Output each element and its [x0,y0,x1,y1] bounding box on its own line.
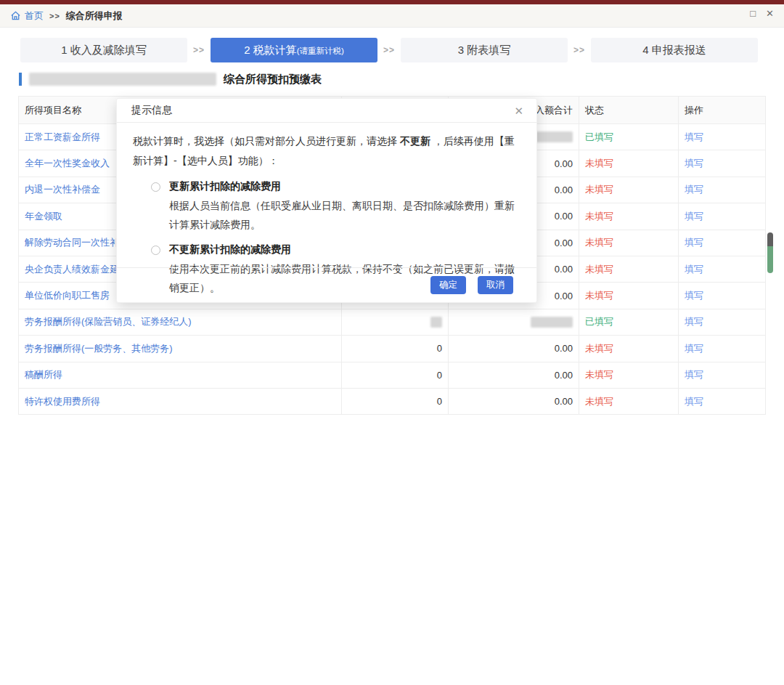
table-row: 特许权使用费所得 0 0.00 未填写 填写 [19,389,765,415]
tab-step2-label: 2 税款计算 [244,44,297,57]
fill-action-link[interactable]: 填写 [685,157,703,170]
fill-action-link[interactable]: 填写 [685,183,703,196]
fill-action-link[interactable]: 填写 [685,315,703,328]
income-item-link[interactable]: 正常工资薪金所得 [25,131,100,144]
dialog-intro-text: 税款计算时，我选择（如只需对部分人员进行更新，请选择 不更新 ，后续再使用【重新… [133,131,522,171]
intro-text-a: 税款计算时，我选择（如只需对部分人员进行更新，请选择 [133,135,400,147]
header-status: 状态 [579,97,679,123]
prompt-dialog: 提示信息 ✕ 税款计算时，我选择（如只需对部分人员进行更新，请选择 不更新 ，后… [116,98,537,303]
fill-action-link[interactable]: 填写 [685,289,703,302]
cancel-button[interactable]: 取消 [478,276,513,294]
count-cell: 0 [342,336,449,361]
status-badge: 未填写 [585,183,613,196]
status-badge: 未填写 [585,395,613,408]
tab-step3-label: 3 附表填写 [458,44,511,57]
dialog-footer: 确定 取消 [117,267,536,302]
income-item-link[interactable]: 全年一次性奖金收入 [25,157,110,170]
fill-action-link[interactable]: 填写 [685,368,703,381]
fill-action-link[interactable]: 填写 [685,236,703,249]
income-total-cell: 0.00 [449,389,579,414]
fill-action-link[interactable]: 填写 [685,342,703,355]
option-update: 更新累计扣除的减除费用 根据人员当前信息（任职受雇从业日期、离职日期、是否扣除减… [133,180,522,234]
breadcrumb-separator: >> [49,12,60,20]
status-badge: 未填写 [585,342,613,355]
dialog-title: 提示信息 [131,104,172,117]
status-badge: 未填写 [585,289,613,302]
redacted-tax-period [29,73,216,86]
close-icon[interactable]: ✕ [766,9,774,18]
radio-update-deduction[interactable] [151,182,160,192]
income-item-link[interactable]: 劳务报酬所得(一般劳务、其他劳务) [25,342,173,355]
scrollbar-dark-segment [767,232,773,246]
step-arrow-icon: >> [568,45,591,55]
income-item-link[interactable]: 内退一次性补偿金 [25,183,100,196]
breadcrumb: 首页 >> 综合所得申报 [0,4,784,28]
income-total-cell: 0.00 [449,362,579,388]
page-title: 综合所得预扣预缴表 [224,73,322,86]
title-accent-bar [19,73,22,86]
status-badge: 未填写 [585,263,613,276]
table-row: 稿酬所得 0 0.00 未填写 填写 [19,362,765,389]
redacted-value [430,317,442,328]
breadcrumb-home-link[interactable]: 首页 [25,9,44,23]
header-action: 操作 [679,97,767,123]
fill-action-link[interactable]: 填写 [685,263,703,276]
maximize-icon[interactable]: □ [750,9,756,18]
redacted-value [531,317,573,328]
status-badge: 未填写 [585,236,613,249]
fill-action-link[interactable]: 填写 [685,395,703,408]
status-badge: 未填写 [585,368,613,381]
income-total-cell: 0.00 [449,336,579,361]
scrollbar-green-segment [767,246,773,273]
income-item-link[interactable]: 单位低价向职工售房 [25,289,110,302]
table-row: 劳务报酬所得(一般劳务、其他劳务) 0 0.00 未填写 填写 [19,336,765,362]
tab-step2-suffix: (请重新计税) [297,46,344,57]
income-total-cell [449,309,579,335]
count-cell: 0 [342,389,449,414]
option-no-update-label[interactable]: 不更新累计扣除的减除费用 [169,243,291,256]
option-update-description: 根据人员当前信息（任职受雇从业日期、离职日期、是否扣除减除费用）重新计算累计减除… [169,196,522,234]
income-item-link[interactable]: 年金领取 [25,210,62,223]
vertical-scrollbar-thumb[interactable] [767,232,773,273]
table-row: 劳务报酬所得(保险营销员、证券经纪人) 已填写 填写 [19,309,765,336]
income-item-link[interactable]: 特许权使用费所得 [25,395,100,408]
step-tabs: 1 收入及减除填写 >> 2 税款计算(请重新计税) >> 3 附表填写 >> … [0,38,784,62]
dialog-close-icon[interactable]: ✕ [514,105,523,116]
count-cell [342,309,449,335]
tab-step2-tax-calc[interactable]: 2 税款计算(请重新计税) [211,38,377,62]
breadcrumb-current-page: 综合所得申报 [66,9,123,23]
window-controls: □ ✕ [750,9,774,18]
status-badge: 已填写 [585,131,613,144]
status-badge: 未填写 [585,157,613,170]
section-title-row: 综合所得预扣预缴表 [19,72,322,86]
option-update-label[interactable]: 更新累计扣除的减除费用 [169,180,281,193]
confirm-button[interactable]: 确定 [430,276,466,294]
dialog-header: 提示信息 ✕ [117,99,536,123]
tab-step3-schedules[interactable]: 3 附表填写 [401,38,568,62]
income-item-link[interactable]: 稿酬所得 [25,368,62,381]
step-arrow-icon: >> [187,45,211,55]
radio-keep-deduction[interactable] [151,246,160,255]
fill-action-link[interactable]: 填写 [685,131,703,144]
step-arrow-icon: >> [377,45,401,55]
tab-step1-income[interactable]: 1 收入及减除填写 [20,38,187,62]
tab-step4-label: 4 申报表报送 [642,44,706,57]
status-badge: 未填写 [585,210,613,223]
fill-action-link[interactable]: 填写 [685,210,703,223]
count-cell: 0 [342,362,449,388]
tab-step4-submit[interactable]: 4 申报表报送 [591,38,758,62]
home-icon [10,10,21,21]
tab-step1-label: 1 收入及减除填写 [61,44,147,57]
status-badge: 已填写 [585,315,613,328]
income-item-link[interactable]: 劳务报酬所得(保险营销员、证券经纪人) [25,315,192,328]
intro-text-bold: 不更新 [400,135,430,147]
